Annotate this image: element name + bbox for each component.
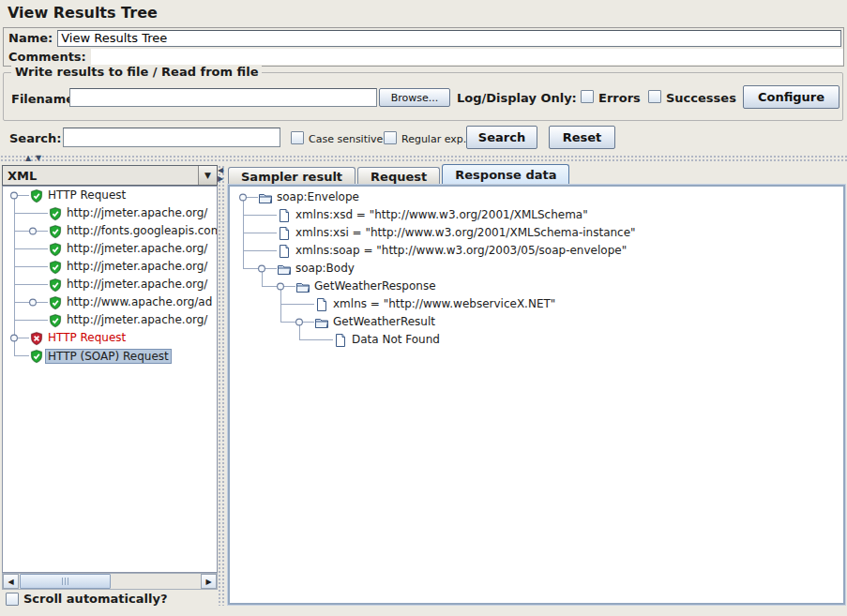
successes-label: Successes bbox=[666, 91, 736, 105]
results-tree-row[interactable]: http://fonts.googleapis.com bbox=[3, 222, 217, 240]
name-row: Name: bbox=[4, 28, 843, 48]
search-label: Search: bbox=[9, 131, 62, 145]
tree-node-label: http://jmeter.apache.org/ bbox=[64, 278, 210, 292]
response-xml-tree-row[interactable]: soap:Body bbox=[232, 260, 843, 278]
response-xml-tree-row[interactable]: xmlns:xsi = "http://www.w3.org/2001/XMLS… bbox=[232, 224, 843, 242]
name-comments-block: Name: Comments: bbox=[3, 27, 844, 67]
success-shield-icon bbox=[29, 188, 44, 203]
tree-node-label: Data Not Found bbox=[349, 333, 443, 347]
reset-button[interactable]: Reset bbox=[549, 126, 615, 149]
case-sensitive-label: Case sensitive bbox=[309, 133, 383, 145]
tree-node-label: HTTP Request bbox=[45, 331, 129, 345]
chevron-down-icon[interactable]: ▼ bbox=[198, 166, 217, 185]
results-tree-row[interactable]: http://jmeter.apache.org/ bbox=[3, 276, 217, 293]
success-shield-icon bbox=[48, 206, 63, 221]
scrollbar-left-button[interactable]: ◀ bbox=[3, 574, 19, 589]
error-shield-icon bbox=[29, 331, 44, 346]
tree-node-label: http://jmeter.apache.org/ bbox=[64, 206, 210, 220]
success-shield-icon bbox=[48, 242, 63, 257]
response-xml-tree-row[interactable]: xmlns:soap = "http://www.w3.org/2003/05/… bbox=[232, 242, 843, 260]
case-sensitive-checkbox[interactable] bbox=[291, 131, 304, 144]
tab-sampler-result[interactable]: Sampler result bbox=[228, 167, 355, 185]
response-data-panel: soap:Envelopexmlns:xsd = "http://www.w3.… bbox=[228, 185, 845, 605]
scroll-automatically-label: Scroll automatically? bbox=[23, 592, 167, 606]
configure-button[interactable]: Configure bbox=[743, 85, 839, 109]
response-xml-tree-row[interactable]: GetWeatherResponse bbox=[232, 278, 843, 295]
response-xml-tree-row[interactable]: xmlns:xsd = "http://www.w3.org/2001/XMLS… bbox=[232, 206, 843, 224]
scrollbar-right-button[interactable]: ▶ bbox=[201, 574, 217, 589]
results-tree-row[interactable]: http://jmeter.apache.org/ bbox=[3, 258, 217, 276]
results-tree-row[interactable]: HTTP Request bbox=[3, 329, 217, 347]
tree-node-label: soap:Envelope bbox=[274, 190, 362, 204]
page-title: View Results Tree bbox=[8, 4, 158, 22]
splitter-collapse-left-icon[interactable]: ◀ bbox=[218, 167, 223, 174]
filename-input[interactable] bbox=[69, 88, 377, 107]
success-shield-icon bbox=[48, 295, 63, 310]
folder-icon bbox=[314, 315, 329, 330]
tree-node-label: xmlns:xsi = "http://www.w3.org/2001/XMLS… bbox=[293, 226, 639, 240]
errors-checkbox[interactable] bbox=[581, 90, 594, 103]
browse-button[interactable]: Browse... bbox=[379, 88, 450, 107]
folder-icon bbox=[295, 279, 310, 294]
document-icon bbox=[314, 297, 329, 312]
response-xml-tree-row[interactable]: GetWeatherResult bbox=[232, 313, 843, 331]
splitter-collapse-down-icon[interactable]: ▼ bbox=[36, 155, 41, 162]
response-xml-tree-row[interactable]: xmlns = "http://www.webserviceX.NET" bbox=[232, 295, 843, 313]
group-title: Write results to file / Read from file bbox=[11, 65, 262, 79]
write-results-group: Write results to file / Read from file F… bbox=[3, 72, 843, 121]
successes-checkbox[interactable] bbox=[648, 90, 661, 103]
comments-input[interactable] bbox=[91, 49, 843, 65]
comments-row: Comments: bbox=[4, 48, 843, 66]
results-tree-row[interactable]: http://jmeter.apache.org/ bbox=[3, 204, 217, 222]
results-view-selector[interactable]: XML ▼ bbox=[2, 165, 218, 186]
tab-response-data[interactable]: Response data bbox=[442, 164, 569, 185]
tree-node-label: xmlns = "http://www.webserviceX.NET" bbox=[330, 297, 558, 311]
splitter-collapse-up-icon[interactable]: ▲ bbox=[25, 155, 31, 162]
tree-node-label: xmlns:soap = "http://www.w3.org/2003/05/… bbox=[293, 244, 629, 258]
tree-node-label: http://jmeter.apache.org/ bbox=[64, 313, 210, 327]
results-tree: HTTP Requesthttp://jmeter.apache.org/htt… bbox=[2, 186, 218, 573]
scroll-automatically-row: Scroll automatically? bbox=[6, 592, 167, 606]
response-xml-tree-row[interactable]: Data Not Found bbox=[232, 331, 843, 349]
tree-node-label: http://jmeter.apache.org/ bbox=[64, 260, 210, 274]
tree-node-label: soap:Body bbox=[293, 262, 357, 276]
comments-label: Comments: bbox=[4, 50, 91, 64]
result-tabs: Sampler result Request Response data bbox=[228, 165, 571, 185]
success-shield-icon bbox=[48, 224, 63, 239]
tree-node-label: HTTP Request bbox=[45, 188, 129, 203]
scrollbar-thumb[interactable] bbox=[20, 574, 111, 589]
tree-node-label: xmlns:xsd = "http://www.w3.org/2001/XMLS… bbox=[293, 208, 591, 222]
document-icon bbox=[333, 333, 348, 348]
results-tree-row[interactable]: HTTP (SOAP) Request bbox=[3, 347, 217, 365]
tab-request[interactable]: Request bbox=[357, 167, 440, 185]
tree-node-label: http://fonts.googleapis.com bbox=[64, 224, 218, 238]
filename-label: Filename bbox=[11, 92, 74, 106]
success-shield-icon bbox=[48, 260, 63, 275]
results-tree-row[interactable]: http://jmeter.apache.org/ bbox=[3, 240, 217, 258]
document-icon bbox=[277, 226, 292, 241]
tree-node-label: GetWeatherResult bbox=[330, 315, 438, 329]
tree-node-label: http://www.apache.org/ad bbox=[64, 295, 215, 309]
splitter-collapse-right-icon[interactable]: ▶ bbox=[218, 175, 223, 183]
name-input[interactable] bbox=[57, 30, 841, 47]
results-tree-row[interactable]: HTTP Request bbox=[3, 187, 217, 204]
regular-exp-checkbox[interactable] bbox=[384, 131, 397, 144]
document-icon bbox=[277, 208, 292, 223]
success-shield-icon bbox=[48, 313, 63, 328]
results-tree-row[interactable]: http://www.apache.org/ad bbox=[3, 293, 217, 311]
response-xml-tree-row[interactable]: soap:Envelope bbox=[232, 188, 843, 206]
name-label: Name: bbox=[4, 31, 57, 45]
tree-node-label: HTTP (SOAP) Request bbox=[45, 349, 172, 364]
tree-node-label: GetWeatherResponse bbox=[311, 279, 439, 293]
search-input[interactable] bbox=[63, 128, 280, 147]
vertical-splitter[interactable]: ◀ ▶ bbox=[218, 165, 226, 606]
results-tree-hscrollbar[interactable]: ◀ ▶ bbox=[2, 573, 218, 590]
horizontal-splitter[interactable]: ▲ ▼ bbox=[0, 155, 847, 163]
search-button[interactable]: Search bbox=[466, 126, 537, 149]
tree-node-label: http://jmeter.apache.org/ bbox=[64, 242, 210, 256]
regular-exp-label: Regular exp. bbox=[401, 133, 466, 145]
results-tree-row[interactable]: http://jmeter.apache.org/ bbox=[3, 311, 217, 329]
errors-label: Errors bbox=[598, 91, 641, 105]
folder-icon bbox=[277, 262, 292, 277]
scroll-automatically-checkbox[interactable] bbox=[6, 593, 19, 606]
